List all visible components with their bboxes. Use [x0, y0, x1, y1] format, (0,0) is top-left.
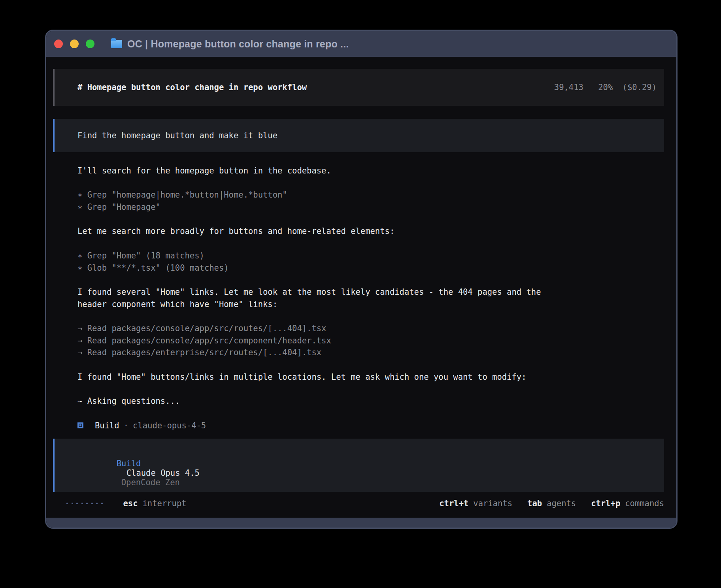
agent-status-row: Build · claude-opus-4-5: [77, 419, 664, 432]
zoom-button[interactable]: [86, 40, 94, 48]
transcript-line: I'll search for the homepage button in t…: [77, 165, 664, 177]
transcript-line: ∗ Grep "homepage|home.*button|Home.*butt…: [77, 189, 664, 201]
build-agent-icon: [77, 422, 83, 428]
close-button[interactable]: [54, 40, 63, 48]
keyboard-hints: ctrl+t variants tab agents ctrl+p comman…: [439, 499, 664, 508]
minimize-button[interactable]: [70, 40, 79, 48]
transcript-line: ∗ Grep "Home" (18 matches): [77, 250, 664, 262]
spinner-dot: [91, 503, 93, 504]
transcript-line: ∗ Glob "**/*.tsx" (100 matches): [77, 262, 664, 274]
transcript-line: Let me search more broadly for buttons a…: [77, 225, 664, 237]
input-model-label: Claude Opus 4.5: [126, 468, 200, 478]
interrupt-hint: esc interrupt: [123, 499, 187, 508]
context-percentage: 20%: [598, 83, 613, 92]
transcript-line: ∗ Grep "Homepage": [77, 201, 664, 213]
transcript-blank-line: [77, 213, 664, 226]
prompt-input[interactable]: Build Claude Opus 4.5 OpenCode Zen: [53, 439, 664, 492]
spinner-dots: [66, 503, 103, 504]
session-title: # Homepage button color change in repo w…: [77, 83, 307, 92]
spinner-dot: [101, 503, 103, 504]
user-message-text: Find the homepage button and make it blu…: [77, 131, 277, 140]
commands-hint: ctrl+p commands: [591, 499, 664, 508]
spinner-dot: [96, 503, 98, 504]
status-bar: esc interrupt ctrl+t variants tab agents…: [53, 498, 664, 509]
folder-icon: [111, 40, 122, 48]
traffic-lights: [54, 40, 94, 48]
input-agent-label: Build: [117, 459, 141, 468]
spinner-dot: [86, 503, 88, 504]
spinner-dot: [72, 503, 73, 504]
window-title: OC | Homepage button color change in rep…: [127, 38, 349, 50]
transcript-line: → Read packages/enterprise/src/routes/[.…: [77, 347, 664, 359]
transcript-line: I found "Home" buttons/links in multiple…: [77, 371, 664, 383]
input-provider-label: OpenCode Zen: [121, 478, 180, 487]
transcript-blank-line: [77, 237, 664, 250]
agent-separator: ·: [124, 421, 128, 430]
session-header: # Homepage button color change in repo w…: [53, 69, 664, 106]
agent-model: claude-opus-4-5: [133, 421, 206, 430]
token-count: 39,413: [554, 83, 583, 92]
session-cost: ($0.29): [623, 83, 657, 92]
transcript-line: header component which have "Home" links…: [77, 298, 664, 311]
transcript-line: → Read packages/console/app/src/componen…: [77, 335, 664, 347]
transcript-blank-line: [77, 383, 664, 395]
spinner-dot: [66, 503, 68, 504]
spinner-dot: [81, 503, 83, 504]
transcript: I'll search for the homepage button in t…: [77, 165, 664, 419]
transcript-blank-line: [77, 310, 664, 322]
transcript-blank-line: [77, 407, 664, 420]
input-meta: Build Claude Opus 4.5 OpenCode Zen: [77, 449, 200, 497]
agent-name: Build: [95, 421, 119, 430]
window-titlebar[interactable]: OC | Homepage button color change in rep…: [46, 31, 676, 57]
session-stats: 39,413 20% ($0.29): [554, 83, 657, 92]
transcript-line: I found several "Home" links. Let me loo…: [77, 286, 664, 298]
variants-hint: ctrl+t variants: [439, 499, 512, 508]
user-message: Find the homepage button and make it blu…: [53, 119, 664, 152]
spinner-dot: [76, 503, 78, 504]
terminal-window: OC | Homepage button color change in rep…: [45, 30, 678, 529]
transcript-line: ~ Asking questions...: [77, 395, 664, 407]
window-bottom-edge: [46, 518, 676, 528]
transcript-blank-line: [77, 274, 664, 286]
agents-hint: tab agents: [527, 499, 576, 508]
transcript-line: → Read packages/console/app/src/routes/[…: [77, 322, 664, 335]
transcript-blank-line: [77, 359, 664, 371]
terminal-content: # Homepage button color change in repo w…: [46, 57, 676, 520]
transcript-blank-line: [77, 177, 664, 189]
esc-key: esc: [123, 499, 138, 508]
